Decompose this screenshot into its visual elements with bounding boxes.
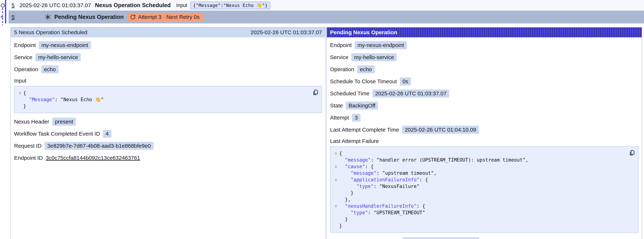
input-section-label: Input [14,78,322,84]
gutter-spacer [332,190,339,196]
timeline-track-bar [5,0,6,24]
gutter-spacer [332,216,339,222]
collapse-chevron-icon[interactable]: ∨ [332,176,339,183]
retry-badge-text: Attempt 3 · Next Retry 0s [138,14,200,20]
pending-operation-row[interactable]: 5 Pending Nexus Operation Attempt 3 · Ne… [8,10,644,24]
field-value-badge: BackingOff [346,102,378,110]
field-label: Scheduled Time [330,90,370,96]
json-code-line: "cause": { [339,163,374,170]
field-label: Operation [330,66,354,72]
json-code-line: } [339,190,354,196]
json-code-line: "type": "UPSTREAM_TIMEOUT" [339,209,425,216]
field-endpoint: Endpoint my-nexus-endpoint [14,41,322,50]
field-nexus-header: Nexus Header present [14,118,322,126]
pending-title: Pending Nexus Operation [54,14,124,20]
pending-id-link[interactable]: 5 [12,14,15,20]
json-code-line: { [339,150,342,157]
field-value-badge: 2025-02-26 UTC 01:04:10.09 [402,126,479,134]
field-operation: Operation echo [14,65,322,74]
json-code-line: "message": "upstream timeout", [339,170,436,176]
json-code-line: } [339,216,348,222]
failure-section-label: Last Attempt Failure [330,138,638,144]
collapse-chevron-icon[interactable]: ∨ [17,90,23,96]
field-label: Endpoint ID [14,155,43,161]
field-state: State BackingOff [330,102,638,110]
json-code-line: "applicationFailureInfo": { [339,176,428,183]
copy-button[interactable] [628,149,636,156]
field-value-badge: my-nexus-endpoint [354,41,407,49]
event-timestamp: 2025-02-26 UTC 01:03:37.07 [20,2,91,8]
field-label: State [330,102,343,109]
field-next-attempt-schedule-time: Next Attempt Schedule Time 2025-02-26 UT… [330,237,638,239]
gutter-spacer [17,96,23,103]
gutter-spacer [332,196,339,203]
retry-icon [130,14,136,20]
retry-attempt-badge: Attempt 3 · Next Retry 0s [127,13,203,21]
field-label: Request ID [14,143,42,149]
pending-panel-header: Pending Nexus Operation [327,28,642,37]
timeline-pending-marker-icon[interactable] [0,15,4,18]
pending-operation-panel: Pending Nexus Operation Endpoint my-nexu… [326,27,642,239]
event-history-row-scheduled[interactable]: 5 2025-02-26 UTC 01:03:37.07 Nexus Opera… [8,0,644,10]
field-value-badge: 0s [400,78,411,86]
pending-spinner-icon [44,14,51,20]
field-schedule-to-close-timeout: Schedule To Close Timeout 0s [330,77,638,86]
event-id-link[interactable]: 5 [12,2,15,8]
json-code-line: "nexusHandlerFailureInfo": { [339,203,425,209]
field-endpoint-id: Endpoint ID 3c0c75ccfa8144b092c13ce63246… [14,154,322,162]
field-operation: Operation echo [330,65,638,74]
field-value-badge: present [52,118,76,126]
event-detail-panel-timestamp: 2025-02-26 UTC 01:03:37.07 [250,29,322,36]
field-label: Workflow Task Completed Event ID [14,131,100,137]
field-label: Operation [14,66,38,72]
field-value-badge: echo [357,65,374,74]
timeline-event-marker-icon[interactable] [1,4,5,8]
field-value-badge: my-hello-service [35,53,81,61]
field-label: Attempt [330,114,349,121]
field-value-badge: 3 [352,114,360,122]
field-value-badge: 2025-02-26 UTC 01:04:13.93 [402,237,479,239]
field-endpoint: Endpoint my-nexus-endpoint [330,41,638,50]
gutter-spacer [332,222,339,229]
event-input-label: Input [176,2,187,8]
endpoint-id-link[interactable]: 3c0c75ccfa8144b092c13ce632463761 [46,155,140,161]
event-title: Nexus Operation Scheduled [95,2,170,8]
gutter-spacer [332,170,339,176]
field-request-id: Request ID 3e829b7e-7d67-4b08-aad3-b1e86… [14,142,322,150]
field-label: Schedule To Close Timeout [330,78,397,84]
copy-icon [628,149,636,156]
json-code-line: "Message": "Nexus Echo 👋" [23,96,104,103]
field-service: Service my-hello-service [14,53,322,62]
field-label: Endpoint [330,42,352,48]
field-label: Next Attempt Schedule Time [330,238,400,239]
input-json-viewer: ∨{ "Message": "Nexus Echo 👋"} [14,86,322,113]
gutter-spacer [332,183,339,190]
collapse-chevron-icon[interactable]: ∨ [332,150,339,157]
copy-button[interactable] [312,89,319,96]
json-code-line: "message": "handler error (UPSTREAM_TIME… [339,157,528,163]
field-value-badge: my-hello-service [351,53,397,61]
field-attempt: Attempt 3 [330,114,638,122]
gutter-spacer [17,103,23,110]
field-value-badge: 3e829b7e-7d67-4b08-aad3-b1e868bfe9e0 [44,142,154,150]
failure-json-viewer: ∨{ "message": "handler error (UPSTREAM_T… [330,146,638,233]
field-workflow-task-completed-event-id: Workflow Task Completed Event ID 4 [14,130,322,138]
field-label: Last Attempt Complete Time [330,127,399,133]
collapse-chevron-icon[interactable]: ∨ [332,203,339,209]
json-code-line: }, [339,196,351,203]
field-label: Endpoint [14,42,36,48]
field-last-attempt-complete-time: Last Attempt Complete Time 2025-02-26 UT… [330,126,638,134]
event-detail-panel-title: 5 Nexus Operation Scheduled [14,29,87,36]
event-detail-panel: 5 Nexus Operation Scheduled 2025-02-26 U… [10,27,326,239]
field-label: Service [330,54,348,60]
json-code-line: { [23,90,26,96]
event-detail-panel-header: 5 Nexus Operation Scheduled 2025-02-26 U… [11,28,325,37]
field-scheduled-time: Scheduled Time 2025-02-26 UTC 01:03:37.0… [330,89,638,98]
collapse-chevron-icon[interactable]: ∨ [332,163,339,170]
gutter-spacer [332,209,339,216]
json-code-line: "type": "NexusFailure" [339,183,420,190]
json-code-line: } [339,222,342,229]
field-value-badge: my-nexus-endpoint [39,41,91,49]
gutter-spacer [332,157,339,163]
field-service: Service my-hello-service [330,53,638,62]
